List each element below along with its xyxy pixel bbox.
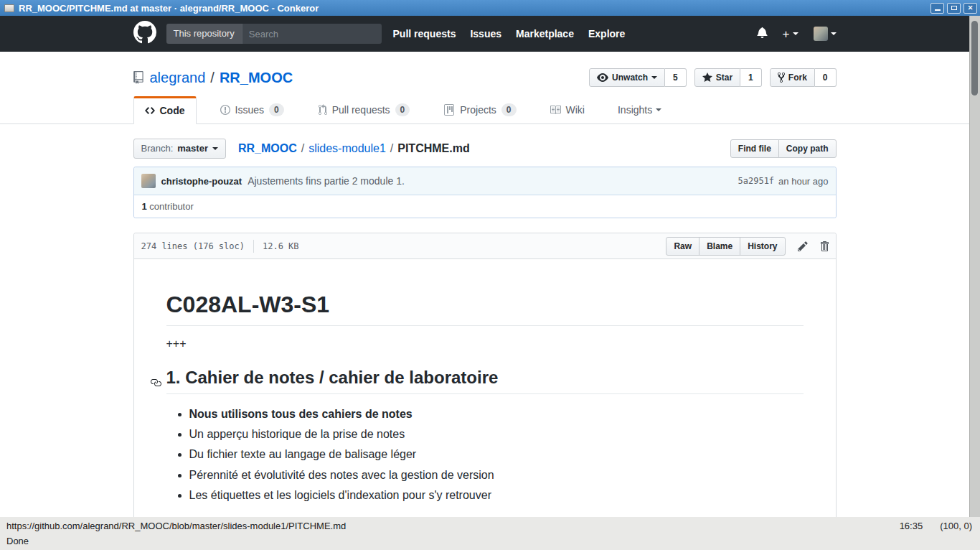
notifications-bell-icon[interactable] [757, 27, 768, 41]
minibuffer: Done [0, 533, 980, 549]
repo-title-separator: / [210, 70, 215, 86]
branch-selector-button[interactable]: Branch: master [133, 139, 226, 159]
header-search[interactable]: This repository [166, 24, 382, 44]
breadcrumb-dir-link[interactable]: slides-module1 [308, 142, 386, 155]
book-icon [550, 104, 561, 116]
markdown-body: C028AL-W3-S1 +++ 1. Cahier de notes / ca… [134, 259, 836, 517]
code-icon [145, 105, 155, 116]
find-file-button[interactable]: Find file [730, 139, 779, 158]
caret-down-icon [793, 32, 798, 35]
fork-group: Fork 0 [770, 68, 837, 87]
file-view-buttons: Raw Blame History [666, 237, 785, 256]
tab-pull-requests-label: Pull requests [332, 104, 390, 116]
close-icon: ✕ [968, 5, 974, 11]
forks-count[interactable]: 0 [815, 68, 837, 87]
history-button[interactable]: History [740, 237, 785, 256]
projects-counter: 0 [501, 103, 517, 116]
file-info: 274 lines (176 sloc) 12.6 KB [141, 240, 299, 253]
star-button[interactable]: Star [694, 68, 740, 87]
commit-message-link[interactable]: Ajustements fins partie 2 module 1. [248, 175, 405, 187]
breadcrumb-separator: / [390, 142, 393, 155]
search-input[interactable] [242, 29, 382, 39]
nav-pull-requests[interactable]: Pull requests [393, 28, 456, 39]
repo-tabs: Code Issues 0 Pull requests 0 Projects 0… [133, 96, 837, 123]
tab-pull-requests[interactable]: Pull requests 0 [308, 96, 421, 123]
issues-counter: 0 [269, 103, 284, 116]
window-titlebar: RR_MOOC/PITCHME.md at master · alegrand/… [0, 0, 980, 16]
minimize-button[interactable] [930, 3, 944, 14]
window-controls: ✕ [930, 3, 977, 14]
repo-owner-link[interactable]: alegrand [150, 70, 206, 86]
repo-name-link[interactable]: RR_MOOC [220, 70, 293, 86]
fork-button[interactable]: Fork [770, 68, 815, 87]
repo-actions: Unwatch 5 Star 1 Fork [589, 68, 836, 87]
caret-down-icon [656, 108, 661, 111]
status-bar: https://github.com/alegrand/RR_MOOC/blob… [0, 517, 980, 550]
nav-marketplace[interactable]: Marketplace [516, 28, 574, 39]
modeline: https://github.com/alegrand/RR_MOOC/blob… [0, 517, 980, 533]
breadcrumb-separator: / [301, 142, 304, 155]
window-icon [4, 4, 14, 12]
commit-sha-link[interactable]: 5a2951f [738, 176, 775, 186]
contributors-row[interactable]: 1 contributor [134, 195, 836, 218]
close-button[interactable]: ✕ [963, 3, 977, 14]
markdown-h1: C028AL-W3-S1 [166, 292, 804, 326]
anchor-link-icon[interactable] [150, 373, 161, 393]
edit-file-button[interactable] [798, 241, 808, 252]
caret-down-icon [212, 147, 218, 150]
unwatch-label: Unwatch [612, 72, 648, 83]
file-nav-row: Branch: master RR_MOOC / slides-module1 … [133, 139, 837, 159]
watch-group: Unwatch 5 [589, 68, 687, 87]
scrollbar-thumb[interactable] [971, 21, 978, 95]
window-title: RR_MOOC/PITCHME.md at master · alegrand/… [19, 3, 319, 14]
list-item: Les étiquettes et les logiciels d'indexa… [189, 487, 804, 503]
user-avatar [814, 27, 828, 41]
branch-name: master [177, 143, 208, 154]
watchers-count[interactable]: 5 [665, 68, 687, 87]
tab-insights-label: Insights [618, 104, 652, 116]
github-header: This repository Pull requests Issues Mar… [0, 16, 969, 52]
star-group: Star 1 [694, 68, 762, 87]
pull-requests-counter: 0 [395, 103, 410, 116]
tab-code[interactable]: Code [133, 96, 197, 124]
commit-author-avatar[interactable] [141, 174, 156, 188]
tab-code-label: Code [160, 105, 185, 116]
pencil-icon [798, 241, 808, 252]
create-new-menu[interactable]: + [783, 28, 798, 40]
repo-title: alegrand / RR_MOOC [150, 70, 293, 86]
search-scope-label: This repository [166, 24, 242, 44]
tab-projects[interactable]: Projects 0 [433, 96, 527, 123]
nav-issues[interactable]: Issues [470, 28, 501, 39]
stars-count[interactable]: 1 [740, 68, 762, 87]
header-nav: Pull requests Issues Marketplace Explore [393, 28, 626, 39]
fork-label: Fork [788, 72, 807, 83]
tab-issues[interactable]: Issues 0 [209, 96, 295, 123]
tab-wiki[interactable]: Wiki [539, 96, 595, 123]
user-menu[interactable] [814, 27, 837, 41]
commit-author-link[interactable]: christophe-pouzat [161, 176, 242, 187]
tab-insights[interactable]: Insights [607, 96, 672, 123]
list-item: Nous utilisons tous des cahiers de notes [189, 406, 804, 422]
file-header: 274 lines (176 sloc) 12.6 KB Raw Blame H… [134, 233, 836, 259]
github-logo-icon[interactable] [133, 21, 156, 47]
commit-tease: christophe-pouzat Ajustements fins parti… [133, 167, 837, 218]
markdown-separator-text: +++ [166, 337, 804, 350]
eye-icon [597, 72, 608, 83]
caret-down-icon [831, 32, 837, 35]
vertical-scrollbar[interactable] [969, 16, 980, 517]
unwatch-button[interactable]: Unwatch [589, 68, 665, 87]
latest-commit: christophe-pouzat Ajustements fins parti… [134, 167, 836, 195]
file-actions: Raw Blame History [666, 237, 828, 256]
delete-file-button[interactable] [820, 241, 829, 252]
markdown-h2: 1. Cahier de notes / cahier de laboratoi… [166, 368, 804, 394]
repo-pagehead: alegrand / RR_MOOC Unwatch 5 Star [0, 52, 969, 124]
copy-path-button[interactable]: Copy path [778, 139, 837, 158]
blame-button[interactable]: Blame [699, 237, 740, 256]
commit-meta: 5a2951f an hour ago [738, 176, 829, 187]
breadcrumb-repo-link[interactable]: RR_MOOC [238, 142, 297, 155]
fork-icon [778, 72, 785, 83]
raw-button[interactable]: Raw [666, 237, 699, 256]
maximize-button[interactable] [947, 3, 961, 14]
nav-explore[interactable]: Explore [588, 28, 625, 39]
breadcrumb: RR_MOOC / slides-module1 / PITCHME.md [238, 142, 470, 155]
